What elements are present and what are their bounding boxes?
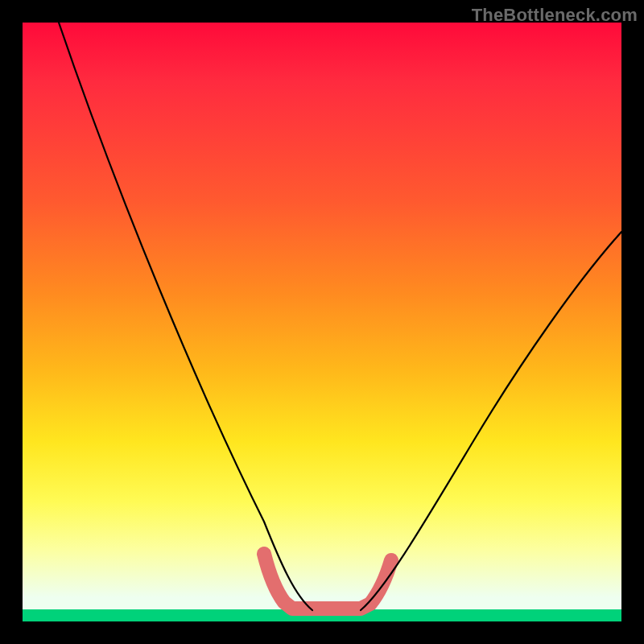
curve-right-branch [361, 232, 621, 610]
sweet-spot-highlight [264, 554, 391, 609]
watermark-label: TheBottleneck.com [472, 5, 638, 26]
chart-frame: TheBottleneck.com [0, 0, 644, 644]
curve-left-branch [59, 23, 312, 610]
curve-svg [23, 23, 621, 621]
